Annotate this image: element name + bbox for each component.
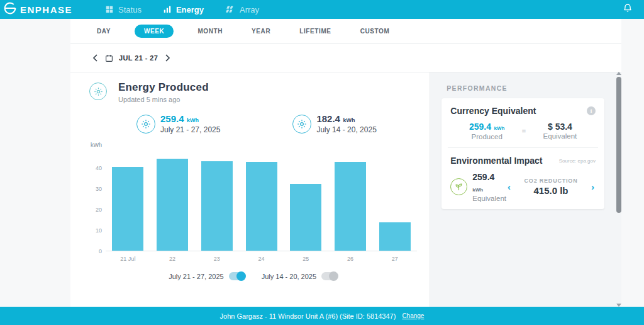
x-tick-label: 21 Jul: [106, 251, 150, 262]
stat-unit: kWh: [187, 117, 199, 123]
env-unit: kWh: [472, 187, 483, 193]
metric-block: CO2 REDUCTION 415.0 lb: [518, 178, 584, 196]
x-tick-label: 27: [373, 251, 418, 262]
source-note: Source: epa.gov: [559, 158, 596, 164]
bar-25[interactable]: [290, 184, 321, 251]
sun-icon: [89, 83, 107, 100]
legend-toggle[interactable]: [229, 272, 245, 280]
legend-item-current: July 21 - 27, 2025: [169, 272, 245, 280]
metric-label: CO2 REDUCTION: [518, 178, 584, 184]
legend-label: July 14 - 20, 2025: [262, 273, 316, 280]
nav-item-energy[interactable]: Energy: [163, 5, 204, 14]
bars-icon: [163, 5, 172, 14]
app-shell: DAYWEEKMONTHYEARLIFETIMECUSTOM JUL 21 - …: [70, 19, 621, 307]
x-axis: 21 Jul222324252627: [106, 251, 417, 262]
tab-week[interactable]: WEEK: [135, 25, 174, 38]
stat-period: July 21 - 27, 2025: [160, 125, 220, 134]
env-metric-carousel: ‹ CO2 REDUCTION 415.0 lb ›: [506, 178, 596, 196]
tab-year[interactable]: YEAR: [247, 25, 275, 38]
bar-24[interactable]: [246, 162, 277, 251]
x-tick-label: 26: [328, 251, 373, 262]
env-value-label: Equivalent: [472, 195, 506, 202]
env-equivalent-block: 259.4 kWh Equivalent: [450, 171, 506, 202]
currency-amount: $ 53.4: [543, 122, 577, 132]
energy-produced-panel: Energy Produced Updated 5 mins ago 259.4…: [70, 72, 430, 307]
plot-area: [106, 152, 417, 251]
bar-slot: [150, 152, 195, 251]
bar-26[interactable]: [335, 162, 366, 251]
tab-month[interactable]: MONTH: [192, 25, 228, 38]
stat-unit: kWh: [343, 117, 355, 123]
scrollbar-thumb[interactable]: [616, 77, 621, 213]
x-tick-label: 25: [284, 251, 328, 262]
stat-period: July 14 - 20, 2025: [316, 125, 376, 134]
stat-previous-week: 182.4 kWhJuly 14 - 20, 2025: [292, 113, 376, 134]
section-header: Energy Produced Updated 5 mins ago: [89, 81, 417, 103]
currency-title: Currency Equivalent: [450, 106, 536, 116]
info-icon[interactable]: i: [587, 106, 596, 115]
x-tick-label: 22: [150, 251, 195, 262]
y-tick-label: 40: [96, 165, 102, 171]
equals-sign: =: [522, 127, 526, 135]
array-icon: [225, 5, 235, 14]
legend-toggle[interactable]: [321, 272, 338, 280]
bar-slot: [195, 152, 240, 251]
stat-value: 182.4: [316, 113, 340, 124]
equivalent-block: $ 53.4 Equivalent: [543, 122, 577, 140]
currency-values: 259.4 kWh Produced = $ 53.4 Equivalent: [450, 121, 596, 140]
bar-slot: [328, 152, 373, 251]
section-title-block: Energy Produced Updated 5 mins ago: [118, 81, 209, 103]
next-period-button[interactable]: [164, 53, 172, 63]
site-label: John Gargasz - 11 Windsor Unit A (#6) (S…: [220, 312, 396, 320]
prev-period-button[interactable]: [91, 53, 99, 63]
chart-legend: July 21 - 27, 2025July 14 - 20, 2025: [89, 272, 417, 280]
environment-title: Environmental Impact: [450, 156, 542, 166]
date-range-label: JUL 21 - 27: [119, 54, 158, 62]
environmental-impact-section: Environmental Impact Source: epa.gov 259…: [441, 148, 604, 209]
currency-equivalent-section: Currency Equivalent i 259.4 kWh Produced…: [441, 98, 604, 147]
brand-name: ENPHASE: [20, 4, 72, 15]
legend-label: July 21 - 27, 2025: [169, 273, 223, 280]
period-tabs: DAYWEEKMONTHYEARLIFETIMECUSTOM: [70, 19, 621, 44]
calendar-icon[interactable]: [105, 54, 113, 62]
content-area: Energy Produced Updated 5 mins ago 259.4…: [70, 72, 621, 307]
bar-22[interactable]: [157, 159, 188, 251]
bell-icon[interactable]: [623, 3, 633, 16]
toggle-knob: [329, 271, 338, 281]
scroll-up-arrow[interactable]: [616, 72, 621, 75]
bar-slot: [373, 152, 418, 251]
tab-day[interactable]: DAY: [92, 25, 116, 38]
grid-icon: [105, 5, 114, 14]
enphase-logo[interactable]: ENPHASE: [0, 2, 72, 17]
metric-next-icon[interactable]: ›: [590, 182, 596, 191]
sun-icon: [136, 115, 155, 134]
produced-label: Produced: [469, 133, 504, 140]
sun-icon: [292, 115, 311, 134]
toggle-knob: [236, 271, 246, 281]
tab-custom[interactable]: CUSTOM: [355, 25, 395, 38]
top-bar: ENPHASE StatusEnergyArray: [0, 0, 644, 19]
bar-slot: [106, 152, 150, 251]
metric-prev-icon[interactable]: ‹: [506, 182, 512, 191]
bar-23[interactable]: [201, 161, 233, 251]
energy-bar-chart: kWh 010203040 21 Jul222324252627: [89, 142, 417, 262]
bar-21-jul[interactable]: [112, 167, 143, 251]
x-tick-label: 23: [195, 251, 240, 262]
change-site-link[interactable]: Change: [402, 312, 424, 319]
vertical-scrollbar: [615, 70, 623, 309]
stat-current-week: 259.4 kWhJuly 21 - 27, 2025: [136, 113, 220, 134]
y-axis-title: kWh: [91, 142, 417, 148]
stat-value: 259.4: [160, 113, 184, 124]
main-nav: StatusEnergyArray: [105, 5, 259, 14]
page-title: Energy Produced: [118, 81, 209, 94]
nav-item-array[interactable]: Array: [225, 5, 259, 14]
y-tick-label: 0: [99, 248, 102, 254]
currency-amount-label: Equivalent: [543, 132, 577, 140]
performance-card: Currency Equivalent i 259.4 kWh Produced…: [441, 98, 604, 209]
nav-item-status[interactable]: Status: [105, 5, 142, 14]
tab-lifetime[interactable]: LIFETIME: [294, 25, 336, 38]
bar-27[interactable]: [379, 222, 411, 251]
sprout-icon: [450, 178, 467, 195]
produced-block: 259.4 kWh Produced: [469, 121, 504, 140]
metric-value: 415.0 lb: [518, 185, 584, 196]
